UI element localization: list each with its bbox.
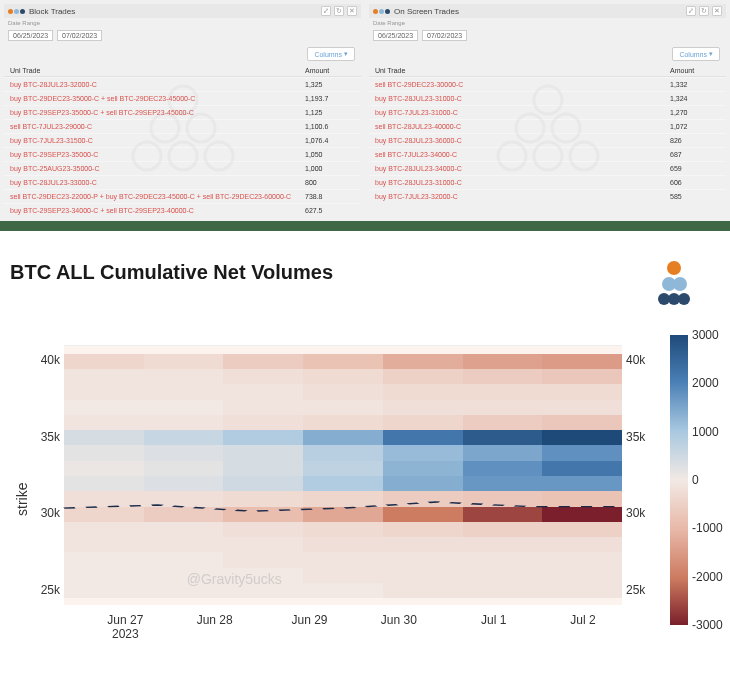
amount-cell: 1,324 bbox=[670, 95, 720, 102]
table-row[interactable]: sell BTC-29DEC23-22000-P + buy BTC-29DEC… bbox=[4, 189, 361, 203]
block-trades-panel: Block Trades ⤢ ↻ ✕ Date Range 06/25/2023… bbox=[0, 0, 365, 221]
table-row[interactable]: buy BTC-28JUL23-34000-C659 bbox=[369, 161, 726, 175]
trade-cell: buy BTC-29SEP23-35000-C bbox=[10, 151, 305, 158]
trade-cell: buy BTC-7JUL23-31000-C bbox=[375, 109, 670, 116]
trade-cell: buy BTC-28JUL23-31000-C bbox=[375, 179, 670, 186]
y-axis-label: strike bbox=[10, 345, 34, 653]
table-row[interactable]: buy BTC-25AUG23-35000-C1,000 bbox=[4, 161, 361, 175]
trade-cell: sell BTC-29DEC23-22000-P + buy BTC-29DEC… bbox=[10, 193, 305, 200]
trade-cell: buy BTC-28JUL23-36000-C bbox=[375, 137, 670, 144]
amount-cell: 1,193.7 bbox=[305, 95, 355, 102]
amount-cell: 1,270 bbox=[670, 109, 720, 116]
expand-icon[interactable]: ⤢ bbox=[686, 6, 696, 16]
trade-cell: sell BTC-7JUL23-34000-C bbox=[375, 151, 670, 158]
table-row[interactable]: sell BTC-7JUL23-29000-C1,100.6 bbox=[4, 119, 361, 133]
date-to-input[interactable]: 07/02/2023 bbox=[57, 30, 102, 41]
col-amount[interactable]: Amount bbox=[305, 67, 355, 74]
col-amount[interactable]: Amount bbox=[670, 67, 720, 74]
amount-cell: 627.5 bbox=[305, 207, 355, 214]
amount-cell: 687 bbox=[670, 151, 720, 158]
date-from-input[interactable]: 06/25/2023 bbox=[8, 30, 53, 41]
amount-cell: 585 bbox=[670, 193, 720, 200]
block-trades-table: Uni Trade Amount buy BTC-28JUL23-32000-C… bbox=[4, 65, 361, 217]
chevron-down-icon: ▾ bbox=[344, 50, 348, 58]
trade-cell: buy BTC-7JUL23-32000-C bbox=[375, 193, 670, 200]
table-row[interactable]: buy BTC-7JUL23-32000-C585 bbox=[369, 189, 726, 203]
trade-cell: buy BTC-7JUL23-31500-C bbox=[10, 137, 305, 144]
trade-cell: buy BTC-25AUG23-35000-C bbox=[10, 165, 305, 172]
on-screen-trades-table: Uni Trade Amount sell BTC-29DEC23-30000-… bbox=[369, 65, 726, 203]
logo-icon bbox=[373, 9, 390, 14]
trade-cell: sell BTC-29DEC23-30000-C bbox=[375, 81, 670, 88]
table-row[interactable]: sell BTC-29DEC23-30000-C1,332 bbox=[369, 77, 726, 91]
table-row[interactable]: buy BTC-28JUL23-32000-C1,325 bbox=[4, 77, 361, 91]
amount-cell: 1,332 bbox=[670, 81, 720, 88]
table-row[interactable]: buy BTC-7JUL23-31000-C1,270 bbox=[369, 105, 726, 119]
heatmap-plot: @Gravity5ucks bbox=[64, 345, 622, 605]
logo-icon bbox=[8, 9, 25, 14]
amount-cell: 1,125 bbox=[305, 109, 355, 116]
x-axis-ticks: Jun 272023Jun 28Jun 29Jun 30Jul 1Jul 2 bbox=[64, 613, 622, 653]
table-row[interactable]: sell BTC-28JUL23-40000-C1,072 bbox=[369, 119, 726, 133]
amount-cell: 659 bbox=[670, 165, 720, 172]
trade-cell: buy BTC-29DEC23-35000-C + sell BTC-29DEC… bbox=[10, 95, 305, 102]
close-icon[interactable]: ✕ bbox=[347, 6, 357, 16]
trade-cell: buy BTC-29SEP23-34000-C + sell BTC-29SEP… bbox=[10, 207, 305, 214]
trade-cell: buy BTC-28JUL23-32000-C bbox=[10, 81, 305, 88]
table-row[interactable]: sell BTC-7JUL23-34000-C687 bbox=[369, 147, 726, 161]
amount-cell: 1,325 bbox=[305, 81, 355, 88]
table-row[interactable]: buy BTC-29SEP23-35000-C1,050 bbox=[4, 147, 361, 161]
amount-cell: 738.8 bbox=[305, 193, 355, 200]
chevron-down-icon: ▾ bbox=[709, 50, 713, 58]
trade-cell: buy BTC-29SEP23-35000-C + sell BTC-29SEP… bbox=[10, 109, 305, 116]
amount-cell: 800 bbox=[305, 179, 355, 186]
date-range-label: Date Range bbox=[8, 20, 40, 26]
panel-title: On Screen Trades bbox=[394, 7, 682, 16]
table-row[interactable]: buy BTC-29DEC23-35000-C + sell BTC-29DEC… bbox=[4, 91, 361, 105]
col-trade[interactable]: Uni Trade bbox=[375, 67, 670, 74]
chart-section: BTC ALL Cumulative Net Volumes strike 40… bbox=[0, 231, 730, 673]
amount-cell: 606 bbox=[670, 179, 720, 186]
expand-icon[interactable]: ⤢ bbox=[321, 6, 331, 16]
trade-cell: sell BTC-7JUL23-29000-C bbox=[10, 123, 305, 130]
y2-axis-ticks: 40k35k30k25k bbox=[622, 345, 656, 653]
y-axis-ticks: 40k35k30k25k bbox=[34, 345, 64, 653]
amount-cell: 1,050 bbox=[305, 151, 355, 158]
table-row[interactable]: buy BTC-28JUL23-33000-C800 bbox=[4, 175, 361, 189]
trade-cell: buy BTC-28JUL23-31000-C bbox=[375, 95, 670, 102]
colorbar bbox=[670, 335, 688, 625]
date-range-label: Date Range bbox=[373, 20, 405, 26]
amount-cell: 1,100.6 bbox=[305, 123, 355, 130]
amount-cell: 1,072 bbox=[670, 123, 720, 130]
date-from-input[interactable]: 06/25/2023 bbox=[373, 30, 418, 41]
amount-cell: 826 bbox=[670, 137, 720, 144]
table-row[interactable]: buy BTC-29SEP23-35000-C + sell BTC-29SEP… bbox=[4, 105, 361, 119]
on-screen-trades-panel: On Screen Trades ⤢ ↻ ✕ Date Range 06/25/… bbox=[365, 0, 730, 221]
close-icon[interactable]: ✕ bbox=[712, 6, 722, 16]
trade-cell: buy BTC-28JUL23-34000-C bbox=[375, 165, 670, 172]
table-row[interactable]: buy BTC-28JUL23-31000-C1,324 bbox=[369, 91, 726, 105]
trade-cell: sell BTC-28JUL23-40000-C bbox=[375, 123, 670, 130]
table-row[interactable]: buy BTC-7JUL23-31500-C1,076.4 bbox=[4, 133, 361, 147]
brand-logo-icon bbox=[658, 261, 690, 305]
trade-cell: buy BTC-28JUL23-33000-C bbox=[10, 179, 305, 186]
chart-title: BTC ALL Cumulative Net Volumes bbox=[10, 261, 333, 284]
amount-cell: 1,000 bbox=[305, 165, 355, 172]
amount-cell: 1,076.4 bbox=[305, 137, 355, 144]
top-panels: Block Trades ⤢ ↻ ✕ Date Range 06/25/2023… bbox=[0, 0, 730, 231]
table-row[interactable]: buy BTC-29SEP23-34000-C + sell BTC-29SEP… bbox=[4, 203, 361, 217]
col-trade[interactable]: Uni Trade bbox=[10, 67, 305, 74]
columns-button[interactable]: Columns▾ bbox=[307, 47, 355, 61]
refresh-icon[interactable]: ↻ bbox=[699, 6, 709, 16]
date-to-input[interactable]: 07/02/2023 bbox=[422, 30, 467, 41]
table-row[interactable]: buy BTC-28JUL23-31000-C606 bbox=[369, 175, 726, 189]
panel-title: Block Trades bbox=[29, 7, 317, 16]
columns-button[interactable]: Columns▾ bbox=[672, 47, 720, 61]
table-row[interactable]: buy BTC-28JUL23-36000-C826 bbox=[369, 133, 726, 147]
refresh-icon[interactable]: ↻ bbox=[334, 6, 344, 16]
